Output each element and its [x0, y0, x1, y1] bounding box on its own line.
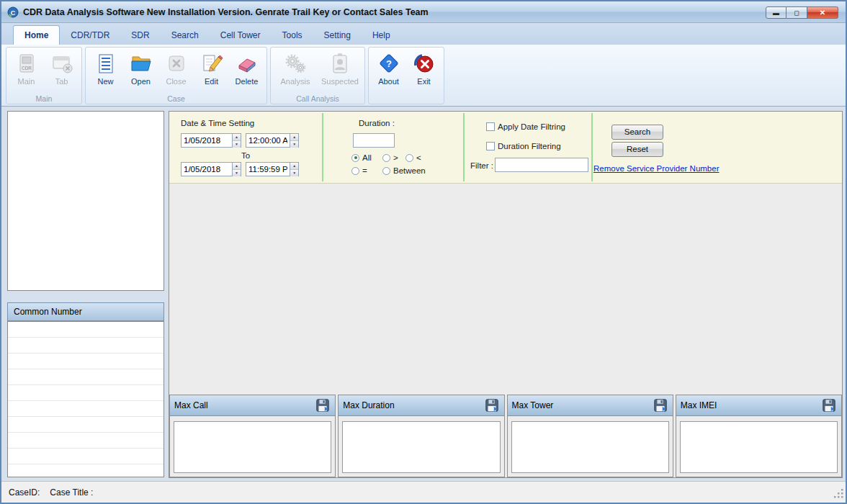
duration-filtering-checkbox[interactable]: Duration Filtering [486, 142, 561, 150]
minimize-button[interactable]: ▬ [766, 6, 786, 19]
max-call-header: Max Call [170, 395, 335, 416]
ribbon-button-delete[interactable]: Delete [229, 49, 264, 92]
ribbon-group-label: Main [6, 94, 81, 103]
spin-up-icon[interactable]: ▲ [233, 134, 241, 141]
max-imei-header: Max IMEI [676, 395, 841, 416]
save-icon[interactable] [653, 397, 668, 413]
to-date-spinner[interactable]: ▲▼ [233, 162, 241, 176]
ribbon-button-about[interactable]: ? About [371, 49, 406, 92]
ribbon-button-label: Exit [417, 77, 430, 86]
tab-help[interactable]: Help [362, 26, 401, 45]
spin-down-icon[interactable]: ▼ [290, 170, 298, 176]
menu-tab-bar: Home CDR/TDR SDR Search Cell Tower Tools… [1, 23, 846, 45]
spin-up-icon[interactable]: ▲ [233, 163, 241, 170]
case-title-label: Case Title : [50, 487, 93, 498]
ribbon-button-tab: Tab [44, 49, 79, 92]
ribbon: CDR Main Tab Main New [1, 45, 846, 107]
save-icon[interactable] [315, 397, 331, 413]
ribbon-button-label: Open [131, 77, 151, 86]
ribbon-button-label: Edit [205, 77, 218, 86]
duration-radio-equal[interactable]: = [351, 166, 367, 175]
svg-text:C: C [11, 9, 16, 16]
search-button[interactable]: Search [611, 125, 663, 140]
duration-radio-less[interactable]: < [405, 153, 421, 162]
from-time-input[interactable] [246, 133, 290, 148]
tab-cell-tower[interactable]: Cell Tower [210, 26, 272, 45]
tab-cdr-tdr[interactable]: CDR/TDR [60, 26, 120, 45]
to-date-input[interactable] [181, 162, 233, 176]
duration-radio-between[interactable]: Between [382, 166, 426, 175]
tab-tools[interactable]: Tools [272, 26, 313, 45]
spin-up-icon[interactable]: ▲ [290, 134, 298, 141]
ribbon-group-call-analysis: Analysis Suspected Call Analysis [270, 47, 365, 104]
tab-sdr[interactable]: SDR [120, 26, 160, 45]
save-icon[interactable] [484, 397, 500, 413]
ribbon-button-analysis: Analysis [273, 49, 318, 92]
ribbon-button-exit[interactable]: Exit [406, 49, 442, 92]
filter-label: Filter : [470, 161, 493, 170]
max-tower-header: Max Tower [508, 395, 673, 416]
tab-home[interactable]: Home [13, 25, 60, 45]
radio-label: Between [393, 166, 426, 175]
to-time-input[interactable] [246, 162, 290, 176]
max-call-list[interactable] [174, 421, 331, 473]
apply-date-filtering-checkbox[interactable]: Apply Date Filtring [486, 122, 565, 131]
green-separator [463, 113, 465, 181]
duration-radio-all[interactable]: All [351, 153, 372, 162]
window-controls: ▬ ◻ ✕ [766, 6, 838, 19]
spin-up-icon[interactable]: ▲ [290, 163, 298, 170]
from-time-spinner[interactable]: ▲▼ [290, 133, 299, 148]
titlebar: C CDR Data Analysis Software New Install… [1, 1, 846, 23]
radio-label: < [416, 153, 421, 162]
to-time-spinner[interactable]: ▲▼ [290, 162, 299, 176]
from-date-input[interactable] [181, 133, 233, 148]
radio-icon [382, 154, 390, 162]
edit-pencil-icon [200, 52, 223, 75]
ribbon-button-label: About [378, 77, 399, 86]
ribbon-button-label: Analysis [281, 77, 310, 86]
max-tower-list[interactable] [511, 421, 669, 473]
tab-setting[interactable]: Setting [313, 26, 362, 45]
ribbon-group-label: Call Analysis [271, 94, 364, 103]
from-date-spinner[interactable]: ▲▼ [233, 133, 241, 148]
duration-label: Duration : [359, 119, 395, 127]
resize-grip-icon[interactable] [834, 489, 844, 501]
duration-input[interactable] [353, 133, 395, 148]
ribbon-button-new[interactable]: New [88, 49, 123, 92]
svg-text:CDR: CDR [21, 66, 31, 71]
max-duration-header: Max Duration [339, 395, 503, 416]
maximize-button[interactable]: ◻ [786, 6, 807, 19]
ribbon-button-edit[interactable]: Edit [194, 49, 229, 92]
open-folder-icon [130, 52, 153, 75]
reset-button[interactable]: Reset [611, 142, 663, 157]
checkbox-label: Apply Date Filtring [498, 122, 565, 131]
from-date-field: ▲▼ [181, 133, 241, 148]
spin-down-icon[interactable]: ▼ [233, 170, 241, 176]
filter-field [495, 158, 588, 172]
max-imei-list[interactable] [680, 421, 838, 473]
common-number-list[interactable] [7, 321, 164, 477]
save-icon[interactable] [821, 397, 837, 413]
radio-label: = [362, 166, 367, 175]
ribbon-button-label: Close [166, 77, 186, 86]
max-duration-list[interactable] [342, 421, 500, 473]
radio-icon [405, 154, 413, 162]
ribbon-group-about-exit: ? About Exit [368, 47, 444, 104]
tab-search[interactable]: Search [161, 26, 210, 45]
spin-down-icon[interactable]: ▼ [290, 141, 298, 148]
window-title: CDR Data Analysis Software New Installat… [23, 7, 429, 17]
to-date-field: ▲▼ [181, 162, 241, 176]
remove-service-provider-link[interactable]: Remove Service Provider Number [593, 164, 719, 173]
close-button[interactable]: ✕ [807, 6, 838, 19]
filter-input[interactable] [495, 158, 588, 172]
radio-icon [351, 167, 359, 175]
ribbon-button-open[interactable]: Open [123, 49, 158, 92]
cdr-card-icon: CDR [15, 52, 38, 75]
delete-eraser-icon [236, 52, 259, 75]
checkbox-icon [486, 122, 495, 131]
spin-down-icon[interactable]: ▼ [233, 141, 241, 148]
panel-title: Max IMEI [681, 400, 717, 410]
radio-icon [382, 167, 390, 175]
case-tree-panel[interactable] [7, 111, 164, 291]
duration-radio-greater[interactable]: > [382, 153, 398, 162]
